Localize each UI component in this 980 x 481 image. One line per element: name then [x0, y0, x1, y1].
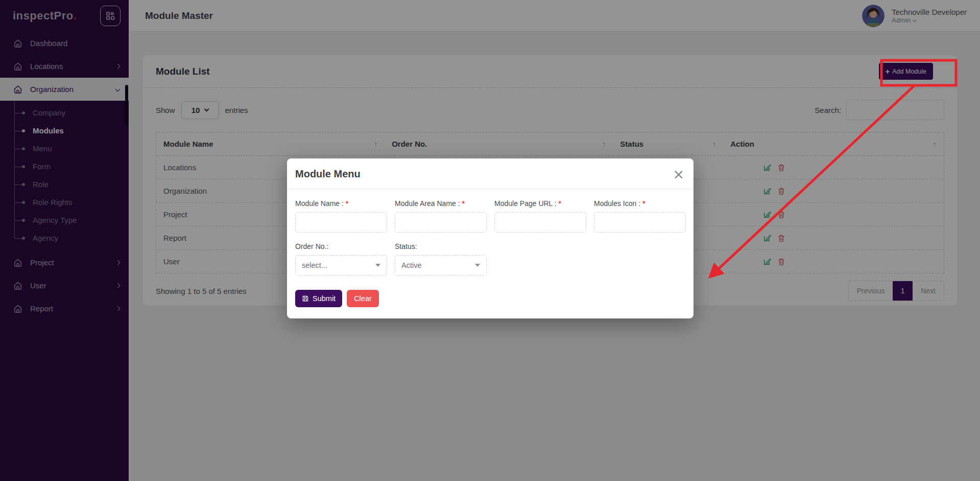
field-module-name: Module Name : *: [295, 199, 387, 233]
module-page-url-input[interactable]: [494, 212, 586, 233]
field-label: Module Area Name : *: [395, 199, 487, 208]
required-mark: *: [346, 199, 348, 208]
field-module-page-url: Module Page URL : *: [494, 199, 586, 233]
save-icon: [302, 295, 309, 302]
clear-button[interactable]: Clear: [347, 290, 379, 307]
modal-header: Module Menu ×: [287, 158, 694, 189]
modal-fields-row-2: Order No.: select... Status: Active: [295, 242, 685, 276]
field-order-no: Order No.: select...: [295, 242, 387, 276]
module-name-input[interactable]: [295, 212, 387, 233]
field-status: Status: Active: [395, 242, 487, 276]
field-label: Modules Icon : *: [594, 199, 686, 208]
modal-actions: Submit Clear: [295, 290, 685, 307]
required-mark: *: [462, 199, 465, 208]
field-label: Status:: [395, 242, 487, 250]
submit-button[interactable]: Submit: [295, 290, 342, 307]
field-label: Module Page URL : *: [494, 199, 586, 208]
modules-icon-input[interactable]: [594, 212, 686, 233]
modal-fields-row-1: Module Name : * Module Area Name : * Mod…: [295, 199, 685, 233]
screen: inspectPro. Dashboard Locations Organiza…: [0, 0, 980, 481]
submit-label: Submit: [313, 294, 336, 303]
modal-title: Module Menu: [295, 168, 361, 180]
caret-down-icon: [375, 264, 380, 267]
required-mark: *: [559, 199, 561, 208]
close-icon[interactable]: ×: [673, 167, 684, 181]
module-area-name-input[interactable]: [395, 212, 487, 233]
caret-down-icon: [475, 264, 480, 267]
field-label: Order No.:: [295, 242, 387, 250]
required-mark: *: [642, 199, 645, 208]
field-module-area-name: Module Area Name : *: [395, 199, 487, 233]
order-no-select[interactable]: select...: [295, 255, 387, 276]
status-select[interactable]: Active: [395, 255, 487, 276]
modal-body: Module Name : * Module Area Name : * Mod…: [287, 189, 694, 318]
order-no-value: select...: [302, 261, 327, 269]
field-label: Module Name : *: [295, 199, 387, 208]
module-menu-modal: Module Menu × Module Name : * Module Are…: [287, 158, 694, 318]
field-modules-icon: Modules Icon : *: [594, 199, 686, 233]
status-value: Active: [401, 261, 422, 269]
